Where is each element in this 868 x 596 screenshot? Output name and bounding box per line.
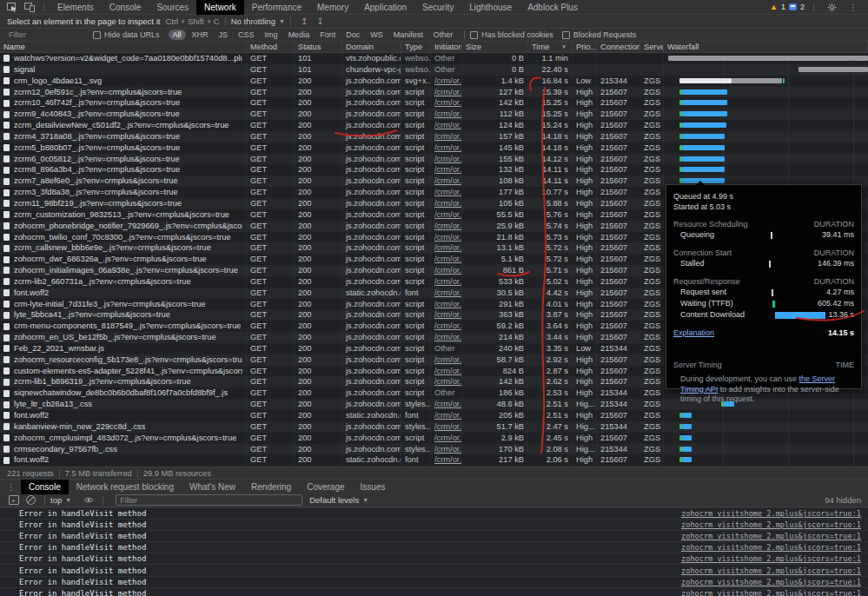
network-request-row[interactable]: crm_logo_4bdae11_.svgGET200js.zohocdn.co… bbox=[0, 76, 868, 87]
column-header-prio[interactable]: Prio... bbox=[573, 42, 597, 52]
request-initiator[interactable]: /crm/or... bbox=[431, 109, 462, 120]
console-source-link[interactable]: zohocrm_visitshome_2.mplus&jscors=true:1 bbox=[681, 543, 861, 552]
filter-chip-img[interactable]: Img bbox=[261, 30, 282, 40]
filter-chip-all[interactable]: All bbox=[169, 30, 186, 40]
request-initiator[interactable]: /crm/or... bbox=[431, 444, 462, 455]
request-initiator[interactable]: /crm/or... bbox=[431, 254, 462, 265]
clear-console-icon[interactable] bbox=[26, 495, 36, 505]
console-message-row[interactable]: Error in handleVisit methodzohocrm_visit… bbox=[0, 587, 868, 596]
throttling-select[interactable]: No throttling bbox=[231, 17, 275, 26]
tab-application[interactable]: Application bbox=[356, 0, 414, 15]
request-initiator[interactable]: /crm/or... bbox=[431, 209, 462, 221]
context-select[interactable]: top bbox=[50, 495, 62, 505]
request-initiator[interactable]: /crm/or... bbox=[431, 120, 462, 131]
filter-chip-media[interactable]: Media bbox=[284, 30, 315, 40]
drawer-tab-network-request-blocking[interactable]: Network request blocking bbox=[69, 480, 182, 494]
column-header-size[interactable]: Size bbox=[462, 42, 528, 52]
request-initiator[interactable]: /crm/or... bbox=[431, 198, 462, 209]
column-header-conn[interactable]: Connection ... bbox=[597, 42, 640, 52]
tab-security[interactable]: Security bbox=[414, 0, 461, 15]
column-header-type[interactable]: Type bbox=[401, 42, 431, 52]
console-source-link[interactable]: zohocrm_visitshome_2.mplus&jscors=true:1 bbox=[681, 520, 861, 529]
tab-console[interactable]: Console bbox=[102, 0, 149, 15]
request-initiator[interactable]: /crm/or... bbox=[431, 242, 462, 254]
console-source-link[interactable]: zohocrm_visitshome_2.mplus&jscors=true:1 bbox=[681, 532, 861, 540]
network-request-row[interactable]: zcrm9_4c40843_.js?env=crmplus&jscors=tru… bbox=[0, 109, 868, 120]
filter-chip-other[interactable]: Other bbox=[429, 30, 458, 40]
filter-chip-manifest[interactable]: Manifest bbox=[389, 30, 427, 40]
request-initiator[interactable]: /crm/or... bbox=[431, 97, 462, 109]
request-initiator[interactable]: /crm/or... bbox=[431, 87, 462, 98]
console-message-row[interactable]: Error in handleVisit methodzohocrm_visit… bbox=[0, 507, 868, 519]
column-header-name[interactable]: Name bbox=[0, 42, 247, 52]
request-initiator[interactable]: /crm/or... bbox=[431, 366, 462, 377]
network-request-row[interactable]: zcrm4_3718a08_.js?env=crmplus&jscors=tru… bbox=[0, 131, 868, 142]
console-source-link[interactable]: zohocrm_visitshome_2.mplus&jscors=true:1 bbox=[681, 566, 861, 575]
tab-adblock-plus[interactable]: Adblock Plus bbox=[520, 0, 586, 15]
request-initiator[interactable]: /crm/or... bbox=[431, 309, 462, 321]
inspect-element-icon[interactable] bbox=[6, 2, 18, 12]
request-initiator[interactable]: /crm/or... bbox=[431, 299, 462, 310]
request-initiator[interactable]: /crm/or... bbox=[431, 221, 462, 232]
console-message-row[interactable]: Error in handleVisit methodzohocrm_visit… bbox=[0, 553, 868, 564]
more-options-icon[interactable]: ⋮ bbox=[844, 3, 863, 12]
network-request-row[interactable]: zcrm_detailviewNew_c501df2_.js?env=crmpl… bbox=[0, 120, 868, 131]
column-header-wf[interactable]: Waterfall bbox=[664, 42, 868, 52]
tab-lighthouse[interactable]: Lighthouse bbox=[461, 0, 520, 15]
console-message-row[interactable]: Error in handleVisit methodzohocrm_visit… bbox=[0, 530, 868, 541]
column-header-domain[interactable]: Domain bbox=[342, 42, 401, 52]
network-request-row[interactable]: font.woff2GET200static.zohocdn.comfont/c… bbox=[0, 410, 868, 421]
request-initiator[interactable]: /crm/or... bbox=[431, 187, 462, 198]
request-initiator[interactable]: /crm/or... bbox=[431, 433, 462, 444]
network-request-row[interactable]: kanbanview-min_new_229cc8d_.cssGET200js.… bbox=[0, 421, 868, 433]
console-message-row[interactable]: Error in handleVisit methodzohocrm_visit… bbox=[0, 576, 868, 587]
network-request-row[interactable]: watchws?version=v2&widget_code=7aa0180e0… bbox=[0, 53, 868, 64]
network-request-row[interactable]: zcrm6_0c05812_.js?env=crmplus&jscors=tru… bbox=[0, 154, 868, 165]
warning-icon[interactable]: ▲ bbox=[770, 3, 778, 11]
network-request-row[interactable]: zcrm12_0ef591c_.js?env=crmplus&jscors=tr… bbox=[0, 87, 868, 98]
drawer-more-icon[interactable]: ⋮ bbox=[2, 482, 21, 492]
request-initiator[interactable]: /crm/or... bbox=[431, 321, 462, 332]
request-initiator[interactable]: /crm/or... bbox=[431, 142, 462, 154]
request-initiator[interactable]: /crm/or... bbox=[431, 265, 462, 276]
column-header-server[interactable]: Server bbox=[640, 42, 664, 52]
filter-chip-font[interactable]: Font bbox=[315, 30, 340, 40]
request-initiator[interactable]: /crm/or... bbox=[431, 232, 462, 243]
tab-memory[interactable]: Memory bbox=[309, 0, 356, 15]
console-source-link[interactable]: zohocrm_visitshome_2.mplus&jscors=true:1 bbox=[681, 578, 861, 586]
tab-elements[interactable]: Elements bbox=[50, 0, 102, 15]
column-header-status[interactable]: Status bbox=[295, 42, 342, 52]
export-har-icon[interactable]: ↧ bbox=[316, 17, 323, 26]
drawer-tab-console[interactable]: Console bbox=[21, 480, 69, 494]
tab-performance[interactable]: Performance bbox=[244, 0, 309, 15]
filter-chip-xhr[interactable]: XHR bbox=[188, 30, 213, 40]
console-message-row[interactable]: Error in handleVisit methodzohocrm_visit… bbox=[0, 564, 868, 575]
console-source-link[interactable]: zohocrm_visitshome_2.mplus&jscors=true:1 bbox=[681, 509, 861, 518]
drawer-tab-issues[interactable]: Issues bbox=[353, 480, 394, 494]
network-request-row[interactable]: font.woff2GET200static.zohocdn.comfont/c… bbox=[0, 454, 868, 466]
drawer-tab-what-s-new[interactable]: What's New bbox=[182, 480, 243, 494]
console-message-row[interactable]: Error in handleVisit methodzohocrm_visit… bbox=[0, 541, 868, 553]
request-initiator[interactable]: /crm/or... bbox=[431, 354, 462, 366]
request-initiator[interactable]: /crm/or... bbox=[431, 421, 462, 433]
tab-sources[interactable]: Sources bbox=[149, 0, 196, 15]
request-initiator[interactable]: /crm/or... bbox=[431, 164, 462, 175]
request-initiator[interactable]: /crm/or... bbox=[431, 175, 462, 187]
eye-icon[interactable] bbox=[83, 495, 95, 506]
request-initiator[interactable]: /crm/or... bbox=[431, 376, 462, 387]
network-request-row[interactable]: signalGET101chunderw-vpc-gll.t...webso..… bbox=[0, 64, 868, 76]
request-initiator[interactable]: /crm/or... bbox=[431, 399, 462, 410]
explanation-link[interactable]: Explanation bbox=[673, 328, 714, 338]
log-levels-select[interactable]: Default levels bbox=[309, 495, 359, 505]
import-har-icon[interactable]: ↥ bbox=[301, 17, 308, 26]
blocked-requests-checkbox[interactable]: Blocked Requests bbox=[562, 30, 637, 39]
column-header-method[interactable]: Method bbox=[247, 42, 295, 52]
request-initiator[interactable]: /crm/or... bbox=[431, 288, 462, 299]
tab-network[interactable]: Network bbox=[196, 0, 244, 15]
network-request-row[interactable]: zcrm8_896a3b4_.js?env=crmplus&jscors=tru… bbox=[0, 164, 868, 175]
filter-chip-ws[interactable]: WS bbox=[366, 30, 388, 40]
hide-data-urls-checkbox[interactable]: Hide data URLs bbox=[93, 30, 160, 39]
settings-gear-icon[interactable] bbox=[825, 2, 838, 12]
console-message-row[interactable]: Error in handleVisit methodzohocrm_visit… bbox=[0, 519, 868, 530]
request-initiator[interactable]: /crm/or... bbox=[431, 131, 462, 142]
